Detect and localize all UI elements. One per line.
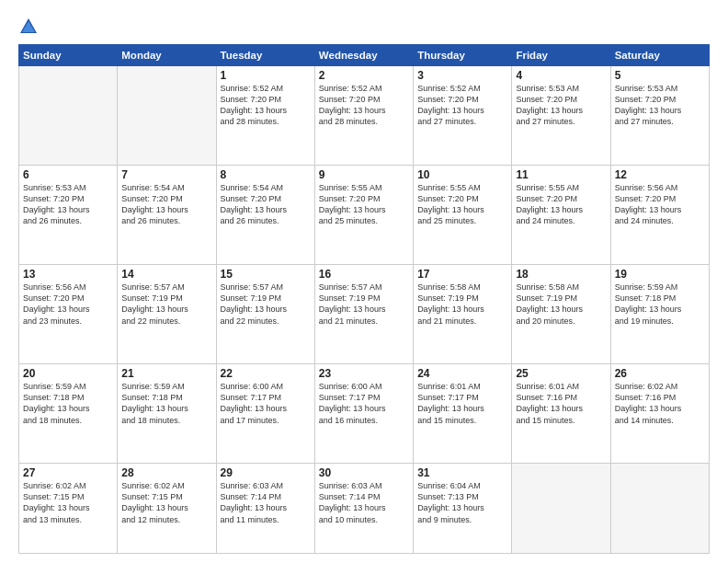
day-number: 29 [221, 466, 311, 479]
day-number: 26 [615, 367, 705, 380]
column-header-monday: Monday [118, 45, 216, 66]
day-cell [19, 66, 118, 166]
day-number: 30 [319, 466, 409, 479]
day-info: Sunrise: 5:52 AM Sunset: 7:20 PM Dayligh… [221, 83, 311, 128]
day-cell: 7Sunrise: 5:54 AM Sunset: 7:20 PM Daylig… [118, 166, 216, 265]
logo-icon [18, 17, 39, 37]
day-info: Sunrise: 6:02 AM Sunset: 7:15 PM Dayligh… [23, 480, 113, 525]
day-cell: 31Sunrise: 6:04 AM Sunset: 7:13 PM Dayli… [414, 464, 512, 554]
day-info: Sunrise: 6:01 AM Sunset: 7:17 PM Dayligh… [417, 381, 507, 426]
week-row-5: 27Sunrise: 6:02 AM Sunset: 7:15 PM Dayli… [19, 464, 710, 554]
day-number: 3 [417, 69, 507, 82]
day-info: Sunrise: 6:00 AM Sunset: 7:17 PM Dayligh… [221, 381, 311, 426]
day-number: 8 [221, 168, 311, 181]
day-cell: 1Sunrise: 5:52 AM Sunset: 7:20 PM Daylig… [216, 66, 314, 166]
header-row: SundayMondayTuesdayWednesdayThursdayFrid… [19, 45, 710, 66]
day-number: 22 [221, 367, 311, 380]
day-cell: 22Sunrise: 6:00 AM Sunset: 7:17 PM Dayli… [216, 364, 314, 464]
day-info: Sunrise: 5:53 AM Sunset: 7:20 PM Dayligh… [23, 182, 113, 227]
day-cell: 20Sunrise: 5:59 AM Sunset: 7:18 PM Dayli… [19, 364, 118, 464]
day-number: 31 [417, 466, 507, 479]
day-cell: 5Sunrise: 5:53 AM Sunset: 7:20 PM Daylig… [610, 66, 709, 166]
day-number: 11 [516, 168, 606, 181]
day-info: Sunrise: 6:02 AM Sunset: 7:16 PM Dayligh… [615, 381, 705, 426]
day-cell: 26Sunrise: 6:02 AM Sunset: 7:16 PM Dayli… [610, 364, 709, 464]
day-info: Sunrise: 5:53 AM Sunset: 7:20 PM Dayligh… [516, 83, 606, 128]
day-number: 7 [121, 168, 211, 181]
day-cell [512, 464, 610, 554]
day-cell: 24Sunrise: 6:01 AM Sunset: 7:17 PM Dayli… [414, 364, 512, 464]
week-row-4: 20Sunrise: 5:59 AM Sunset: 7:18 PM Dayli… [19, 364, 710, 464]
day-cell: 25Sunrise: 6:01 AM Sunset: 7:16 PM Dayli… [512, 364, 610, 464]
day-cell: 21Sunrise: 5:59 AM Sunset: 7:18 PM Dayli… [118, 364, 216, 464]
day-info: Sunrise: 5:58 AM Sunset: 7:19 PM Dayligh… [417, 282, 507, 327]
day-info: Sunrise: 5:54 AM Sunset: 7:20 PM Dayligh… [221, 182, 311, 227]
day-number: 10 [417, 168, 507, 181]
day-number: 1 [221, 69, 311, 82]
week-row-2: 6Sunrise: 5:53 AM Sunset: 7:20 PM Daylig… [19, 166, 710, 265]
day-info: Sunrise: 5:52 AM Sunset: 7:20 PM Dayligh… [417, 83, 507, 128]
day-info: Sunrise: 5:56 AM Sunset: 7:20 PM Dayligh… [615, 182, 705, 227]
column-header-sunday: Sunday [19, 45, 118, 66]
page: SundayMondayTuesdayWednesdayThursdayFrid… [0, 0, 728, 563]
day-cell: 16Sunrise: 5:57 AM Sunset: 7:19 PM Dayli… [314, 265, 413, 364]
day-cell: 4Sunrise: 5:53 AM Sunset: 7:20 PM Daylig… [512, 66, 610, 166]
day-cell [118, 66, 216, 166]
day-number: 12 [615, 168, 705, 181]
day-info: Sunrise: 6:03 AM Sunset: 7:14 PM Dayligh… [221, 480, 311, 525]
day-number: 19 [615, 268, 705, 281]
day-info: Sunrise: 6:03 AM Sunset: 7:14 PM Dayligh… [319, 480, 409, 525]
column-header-friday: Friday [512, 45, 610, 66]
day-number: 4 [516, 69, 606, 82]
column-header-wednesday: Wednesday [314, 45, 413, 66]
day-number: 13 [23, 268, 113, 281]
day-cell: 10Sunrise: 5:55 AM Sunset: 7:20 PM Dayli… [414, 166, 512, 265]
day-cell: 12Sunrise: 5:56 AM Sunset: 7:20 PM Dayli… [610, 166, 709, 265]
day-info: Sunrise: 5:57 AM Sunset: 7:19 PM Dayligh… [319, 282, 409, 327]
day-cell: 14Sunrise: 5:57 AM Sunset: 7:19 PM Dayli… [118, 265, 216, 364]
day-number: 9 [319, 168, 409, 181]
day-info: Sunrise: 6:04 AM Sunset: 7:13 PM Dayligh… [417, 480, 507, 525]
day-info: Sunrise: 5:59 AM Sunset: 7:18 PM Dayligh… [615, 282, 705, 327]
day-number: 25 [516, 367, 606, 380]
day-info: Sunrise: 6:01 AM Sunset: 7:16 PM Dayligh… [516, 381, 606, 426]
day-info: Sunrise: 5:54 AM Sunset: 7:20 PM Dayligh… [121, 182, 211, 227]
day-info: Sunrise: 5:58 AM Sunset: 7:19 PM Dayligh… [516, 282, 606, 327]
day-number: 24 [417, 367, 507, 380]
day-number: 5 [615, 69, 705, 82]
day-info: Sunrise: 5:55 AM Sunset: 7:20 PM Dayligh… [516, 182, 606, 227]
header [18, 17, 710, 37]
day-cell: 29Sunrise: 6:03 AM Sunset: 7:14 PM Dayli… [216, 464, 314, 554]
day-number: 20 [23, 367, 113, 380]
day-info: Sunrise: 5:53 AM Sunset: 7:20 PM Dayligh… [615, 83, 705, 128]
day-cell: 23Sunrise: 6:00 AM Sunset: 7:17 PM Dayli… [314, 364, 413, 464]
day-cell: 30Sunrise: 6:03 AM Sunset: 7:14 PM Dayli… [314, 464, 413, 554]
day-cell: 3Sunrise: 5:52 AM Sunset: 7:20 PM Daylig… [414, 66, 512, 166]
day-number: 23 [319, 367, 409, 380]
day-cell: 2Sunrise: 5:52 AM Sunset: 7:20 PM Daylig… [314, 66, 413, 166]
day-info: Sunrise: 5:55 AM Sunset: 7:20 PM Dayligh… [417, 182, 507, 227]
day-cell: 18Sunrise: 5:58 AM Sunset: 7:19 PM Dayli… [512, 265, 610, 364]
day-number: 27 [23, 466, 113, 479]
day-cell: 6Sunrise: 5:53 AM Sunset: 7:20 PM Daylig… [19, 166, 118, 265]
day-cell: 17Sunrise: 5:58 AM Sunset: 7:19 PM Dayli… [414, 265, 512, 364]
day-info: Sunrise: 5:57 AM Sunset: 7:19 PM Dayligh… [221, 282, 311, 327]
calendar: SundayMondayTuesdayWednesdayThursdayFrid… [18, 44, 710, 554]
day-info: Sunrise: 6:02 AM Sunset: 7:15 PM Dayligh… [121, 480, 211, 525]
day-cell: 15Sunrise: 5:57 AM Sunset: 7:19 PM Dayli… [216, 265, 314, 364]
column-header-thursday: Thursday [414, 45, 512, 66]
day-cell: 9Sunrise: 5:55 AM Sunset: 7:20 PM Daylig… [314, 166, 413, 265]
day-number: 18 [516, 268, 606, 281]
column-header-tuesday: Tuesday [216, 45, 314, 66]
day-cell: 8Sunrise: 5:54 AM Sunset: 7:20 PM Daylig… [216, 166, 314, 265]
day-info: Sunrise: 5:59 AM Sunset: 7:18 PM Dayligh… [121, 381, 211, 426]
day-number: 21 [121, 367, 211, 380]
column-header-saturday: Saturday [610, 45, 709, 66]
day-number: 14 [121, 268, 211, 281]
day-info: Sunrise: 5:52 AM Sunset: 7:20 PM Dayligh… [319, 83, 409, 128]
day-cell: 28Sunrise: 6:02 AM Sunset: 7:15 PM Dayli… [118, 464, 216, 554]
day-cell: 13Sunrise: 5:56 AM Sunset: 7:20 PM Dayli… [19, 265, 118, 364]
day-cell: 27Sunrise: 6:02 AM Sunset: 7:15 PM Dayli… [19, 464, 118, 554]
day-info: Sunrise: 5:59 AM Sunset: 7:18 PM Dayligh… [23, 381, 113, 426]
day-info: Sunrise: 6:00 AM Sunset: 7:17 PM Dayligh… [319, 381, 409, 426]
